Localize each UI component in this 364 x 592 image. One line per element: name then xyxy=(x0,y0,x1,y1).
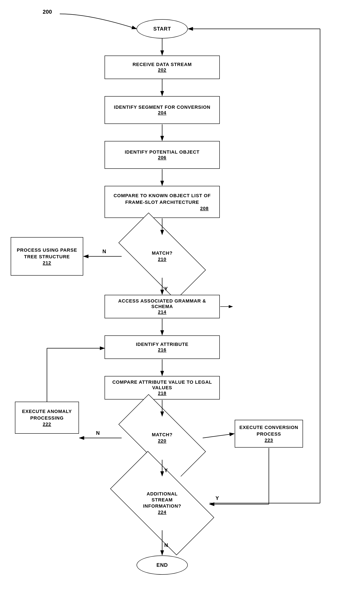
node-218: COMPARE ATTRIBUTE VALUE TO LEGAL VALUES … xyxy=(104,376,220,399)
node-222: EXECUTE ANOMALYPROCESSING 222 xyxy=(15,402,79,434)
start-node: START xyxy=(136,19,188,39)
svg-text:N: N xyxy=(102,249,106,254)
node-212: PROCESS USING PARSETREE STRUCTURE 212 xyxy=(11,237,83,276)
svg-text:Y: Y xyxy=(215,495,219,501)
node-210: MATCH? 210 xyxy=(122,235,203,278)
end-node: END xyxy=(136,555,188,575)
node-223: EXECUTE CONVERSIONPROCESS 223 xyxy=(235,420,303,448)
svg-text:N: N xyxy=(96,430,100,436)
node-206: IDENTIFY POTENTIAL OBJECT 206 xyxy=(104,141,220,169)
diagram-ref: 200 xyxy=(43,8,52,15)
node-214: ACCESS ASSOCIATED GRAMMAR & SCHEMA 214 xyxy=(104,295,220,318)
node-220: MATCH? 220 xyxy=(122,417,203,459)
node-202: RECEIVE DATA STREAM 202 xyxy=(104,55,220,79)
svg-line-20 xyxy=(203,434,234,438)
flowchart-diagram: 200 START RECEIVE DATA STREAM 202 IDENTI… xyxy=(0,0,364,592)
node-204: IDENTIFY SEGMENT FOR CONVERSION 204 xyxy=(104,96,220,124)
node-224: ADDITIONALSTREAMINFORMATION? 224 xyxy=(115,476,209,530)
node-208: COMPARE TO KNOWN OBJECT LIST OFFRAME-SLO… xyxy=(104,186,220,218)
node-216: IDENTIFY ATTRIBUTE 216 xyxy=(104,336,220,359)
